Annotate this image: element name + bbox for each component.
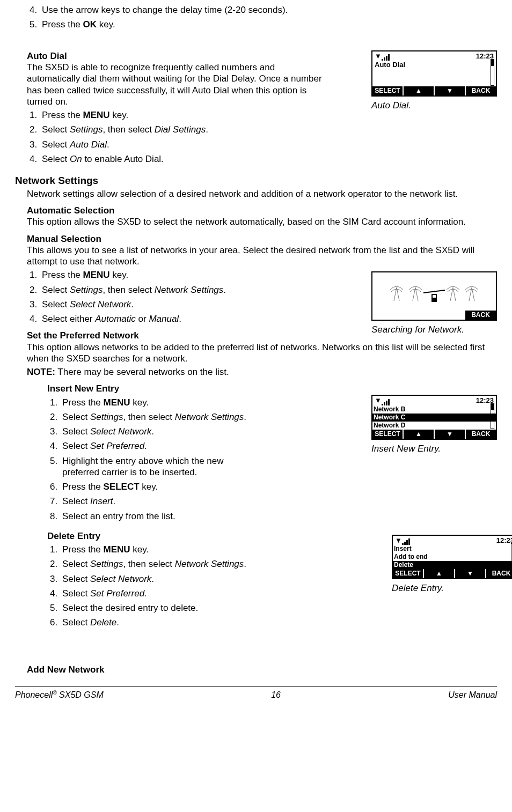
- autodial-step-2: Select Settings, then select Dial Settin…: [40, 124, 497, 135]
- note-line: NOTE: There may be several networks on t…: [27, 366, 497, 378]
- footer-doc-type: User Manual: [448, 690, 497, 700]
- softkey-up[interactable]: ▲: [404, 86, 435, 95]
- para-set-preferred: This option allows networks to be added …: [27, 342, 497, 365]
- screen-title: Auto Dial: [372, 61, 496, 69]
- list-item[interactable]: Network D: [372, 422, 496, 430]
- step-press-ok: Press the OK key.: [40, 19, 497, 30]
- heading-insert-new-entry: Insert New Entry: [47, 383, 497, 394]
- softkey-back[interactable]: BACK: [466, 86, 496, 95]
- footer-product: Phonecell: [15, 690, 53, 699]
- list-item[interactable]: Network B: [372, 405, 496, 414]
- list-item[interactable]: Insert: [393, 545, 512, 553]
- signal-icon: ▼: [375, 396, 390, 405]
- para-auto-selection: This option allows the SX5D to select th…: [27, 216, 497, 227]
- softkey-up[interactable]: ▲: [404, 430, 435, 439]
- key-ok: OK: [83, 19, 97, 29]
- signal-icon: ▼: [375, 52, 390, 61]
- insert-step-6: Press the SELECT key.: [60, 481, 497, 492]
- scrollbar: [491, 59, 494, 86]
- registered-icon: ®: [53, 690, 56, 696]
- clock: 12:23: [496, 536, 512, 545]
- caption-searching: Searching for Network.: [371, 324, 497, 335]
- text: Press the: [42, 19, 83, 29]
- heading-add-new-network: Add New Network: [27, 664, 497, 675]
- softkey-down[interactable]: ▼: [455, 569, 486, 578]
- list-item[interactable]: Add to end: [393, 553, 512, 561]
- insert-step-5: Highlight the entry above which the new …: [60, 455, 245, 478]
- phone-screen-searching: BACK: [371, 271, 497, 321]
- heading-auto-selection: Automatic Selection: [27, 205, 497, 216]
- softkey-down[interactable]: ▼: [435, 86, 466, 95]
- phone-screen-auto-dial: ▼ 12:23 Auto Dial SELECT ▲ ▼ BACK: [371, 50, 497, 97]
- delete-step-6: Select Delete.: [60, 617, 497, 628]
- heading-manual-selection: Manual Selection: [27, 233, 497, 245]
- softkey-back[interactable]: BACK: [466, 430, 496, 439]
- page-number: 16: [271, 690, 281, 700]
- list-item-selected[interactable]: Network C: [372, 414, 496, 422]
- softkey-select[interactable]: SELECT: [372, 86, 404, 95]
- para-network-intro: Network settings allow selection of a de…: [27, 188, 497, 200]
- list-item-selected[interactable]: Delete: [393, 561, 512, 569]
- searching-graphic: [372, 272, 496, 306]
- para-auto-dial: The SX5D is able to recognize frequently…: [27, 62, 327, 107]
- heading-network-settings: Network Settings: [15, 174, 497, 187]
- text: key.: [97, 19, 115, 29]
- caption-insert: Insert New Entry.: [371, 443, 497, 454]
- step-delay-time: Use the arrow keys to change the delay t…: [40, 4, 497, 16]
- page-footer: Phonecell® SX5D GSM 16 User Manual: [15, 690, 497, 711]
- autodial-step-3: Select Auto Dial.: [40, 139, 497, 150]
- text: Use the arrow keys to change the delay t…: [42, 5, 288, 15]
- insert-step-8: Select an entry from the list.: [60, 511, 497, 522]
- footer-model: SX5D GSM: [57, 690, 104, 699]
- insert-step-7: Select Insert.: [60, 496, 497, 507]
- softkey-back[interactable]: BACK: [465, 311, 496, 320]
- phone-screen-delete: ▼ 12:23 Insert Add to end Delete SELECT …: [392, 535, 512, 579]
- phone-screen-insert: ▼ 12:23 Network B Network C Network D SE…: [371, 395, 497, 439]
- softkey-down[interactable]: ▼: [435, 430, 466, 439]
- softkey-back[interactable]: BACK: [486, 569, 512, 578]
- softkey-select[interactable]: SELECT: [393, 569, 424, 578]
- delete-step-5: Select the desired entry to delete.: [60, 602, 497, 614]
- scrollbar: [491, 403, 494, 429]
- caption-delete: Delete Entry.: [392, 582, 512, 594]
- softkey-select[interactable]: SELECT: [372, 430, 404, 439]
- signal-icon: ▼: [395, 536, 411, 545]
- caption-auto-dial: Auto Dial.: [371, 100, 497, 111]
- footer-divider: [15, 686, 497, 686]
- svg-rect-1: [433, 295, 436, 298]
- softkey-up[interactable]: ▲: [424, 569, 455, 578]
- autodial-step-4: Select On to enable Auto Dial.: [40, 153, 497, 165]
- para-manual-selection: This allows you to see a list of network…: [27, 245, 497, 268]
